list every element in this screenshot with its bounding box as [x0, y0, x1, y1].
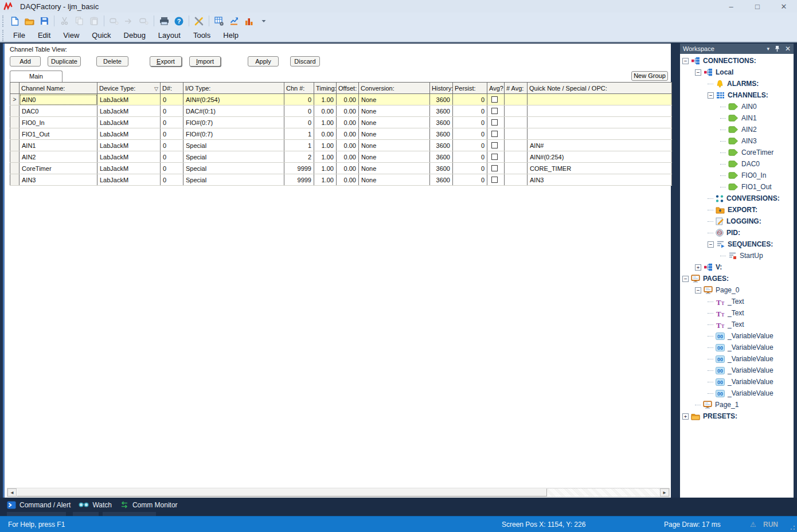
avg-checkbox[interactable]	[491, 177, 498, 183]
tree-item-fio0-in[interactable]: FIO0_In	[680, 170, 794, 181]
resize-grip[interactable]	[790, 525, 795, 530]
menu-debug[interactable]: Debug	[118, 30, 152, 41]
add-button[interactable]: Add	[10, 56, 41, 66]
horizontal-scrollbar[interactable]: ◄ ►	[7, 488, 670, 497]
column-header-channel-name[interactable]: Channel Name:	[19, 83, 97, 94]
cut-icon[interactable]	[57, 14, 71, 28]
tree-expander-icon[interactable]: −	[682, 58, 689, 64]
tree-item-coretimer[interactable]: CoreTimer	[680, 147, 794, 158]
table-row[interactable]: FIO1_OutLabJackM0FIO#(0:7)10.000.00None3…	[10, 128, 672, 140]
tree-expander-icon[interactable]: −	[695, 287, 701, 294]
filter-icon[interactable]: ▽	[154, 86, 158, 92]
tree-item-pid[interactable]: PIDPID:	[680, 227, 794, 238]
column-header-device-type[interactable]: Device Type:▽	[97, 83, 161, 94]
dock-tab-comm-monitor[interactable]: Comm Monitor	[120, 501, 178, 509]
menu-edit[interactable]: Edit	[32, 30, 57, 41]
tree-item-presets[interactable]: +PRESETS:	[680, 410, 794, 422]
duplicate-button[interactable]: Duplicate	[48, 56, 81, 66]
table-row[interactable]: AIN1LabJackM0Special11.000.00None36000AI…	[10, 140, 672, 151]
tree-item-dac0[interactable]: DAC0	[680, 158, 794, 170]
connection-add-icon[interactable]	[107, 14, 121, 28]
scrollbar-track[interactable]	[547, 488, 660, 496]
new-group-button[interactable]: New Group	[631, 71, 668, 81]
tree-expander-icon[interactable]: +	[682, 413, 689, 420]
column-header-avg[interactable]: # Avg:	[505, 83, 528, 94]
table-row[interactable]: FIO0_InLabJackM0FIO#(0:7)01.000.00None36…	[10, 117, 672, 128]
tree-item-fio1-out[interactable]: FIO1_Out	[680, 181, 794, 193]
column-header-avg[interactable]: Avg?	[487, 83, 505, 94]
column-header-d[interactable]: D#:	[161, 83, 183, 94]
tree-item-channels[interactable]: −CHANNELS:	[680, 89, 794, 101]
avg-checkbox[interactable]	[491, 119, 498, 126]
tree-item-conversions[interactable]: CONVERSIONS:	[680, 193, 794, 204]
column-header-i-o-type[interactable]: I/O Type:	[183, 83, 284, 94]
tree-item-variablevalue[interactable]: 00_VariableValue	[680, 376, 794, 388]
workspace-menu-arrow-icon[interactable]: ▾	[767, 46, 769, 52]
trend-icon[interactable]	[227, 14, 241, 28]
tree-item-sequences[interactable]: −SEQUENCES:	[680, 238, 794, 250]
tree-item-ain0[interactable]: AIN0	[680, 101, 794, 112]
overflow-arrow-icon[interactable]	[257, 14, 271, 28]
menu-quick[interactable]: Quick	[85, 30, 117, 41]
column-header-history[interactable]: History:	[430, 83, 453, 94]
table-row[interactable]: DAC0LabJackM0DAC#(0:1)00.000.00None36000	[10, 105, 672, 117]
channel-table-icon[interactable]	[212, 14, 226, 28]
tree-item-connections[interactable]: −CONNECTIONS:	[680, 55, 794, 66]
avg-checkbox[interactable]	[491, 131, 498, 137]
table-row[interactable]: >AIN0LabJackM0AIN#(0:254)01.000.00None36…	[10, 94, 672, 105]
copy-icon[interactable]	[72, 14, 86, 28]
connection-go-icon[interactable]	[122, 14, 136, 28]
discard-button[interactable]: Discard	[290, 56, 320, 66]
tree-item-pages[interactable]: −PAGES:	[680, 273, 794, 284]
column-header-conversion[interactable]: Conversion:	[359, 83, 430, 94]
tree-item-page-0[interactable]: −Page_0	[680, 284, 794, 296]
avg-checkbox[interactable]	[491, 108, 498, 114]
tree-expander-icon[interactable]: −	[708, 241, 714, 248]
workspace-close-icon[interactable]: ✕	[785, 45, 791, 53]
tree-item-variablevalue[interactable]: 00_VariableValue	[680, 342, 794, 353]
tree-item-text[interactable]: TT_Text	[680, 296, 794, 307]
avg-checkbox[interactable]	[491, 165, 498, 171]
scroll-left-icon[interactable]: ◄	[7, 488, 17, 496]
open-folder-icon[interactable]	[22, 14, 36, 28]
maximize-button[interactable]: □	[744, 0, 771, 13]
table-row[interactable]: CoreTimerLabJackM0Special99991.000.00Non…	[10, 163, 672, 174]
tree-item-text[interactable]: TT_Text	[680, 319, 794, 330]
tree-item-local[interactable]: −Local	[680, 66, 794, 78]
column-header-chn[interactable]: Chn #:	[284, 83, 314, 94]
menu-help[interactable]: Help	[217, 30, 245, 41]
new-file-icon[interactable]	[7, 14, 21, 28]
tree-expander-icon[interactable]: −	[708, 92, 714, 99]
help-icon[interactable]: ?	[172, 14, 186, 28]
tree-item-startup[interactable]: StartUp	[680, 250, 794, 261]
menu-layout[interactable]: Layout	[152, 30, 187, 41]
tree-item-export[interactable]: EXPORT:	[680, 204, 794, 216]
delete-button[interactable]: Delete	[96, 56, 128, 66]
column-header-quick-note-special-opc[interactable]: Quick Note / Special / OPC:	[528, 83, 672, 94]
tree-expander-icon[interactable]: +	[695, 264, 701, 271]
table-row[interactable]: AIN3LabJackM0Special99991.000.00None3600…	[10, 174, 672, 186]
scroll-right-icon[interactable]: ►	[660, 488, 669, 496]
tree-item-ain1[interactable]: AIN1	[680, 112, 794, 124]
tree-item-ain2[interactable]: AIN2	[680, 124, 794, 135]
tree-expander-icon[interactable]: −	[695, 69, 701, 76]
import-button[interactable]: Import	[189, 56, 221, 66]
column-header-persist[interactable]: Persist:	[453, 83, 487, 94]
tree-expander-icon[interactable]: −	[682, 276, 689, 282]
table-row[interactable]: AIN2LabJackM0Special21.000.00None36000AI…	[10, 151, 672, 163]
avg-checkbox[interactable]	[491, 96, 498, 103]
column-header-offset[interactable]: Offset:	[337, 83, 359, 94]
tools-icon[interactable]	[192, 14, 206, 28]
dock-tab-command-alert[interactable]: Command / Alert	[7, 501, 71, 509]
tab-main[interactable]: Main	[10, 71, 62, 82]
avg-checkbox[interactable]	[491, 142, 498, 148]
tree-item-variablevalue[interactable]: 00_VariableValue	[680, 353, 794, 365]
connection-remove-icon[interactable]	[137, 14, 151, 28]
print-icon[interactable]	[157, 14, 171, 28]
apply-button[interactable]: Apply	[248, 56, 279, 66]
avg-checkbox[interactable]	[491, 154, 498, 160]
save-icon[interactable]	[37, 14, 51, 28]
tree-item-page-1[interactable]: Page_1	[680, 399, 794, 410]
menu-view[interactable]: View	[57, 30, 85, 41]
menu-file[interactable]: File	[7, 30, 32, 41]
